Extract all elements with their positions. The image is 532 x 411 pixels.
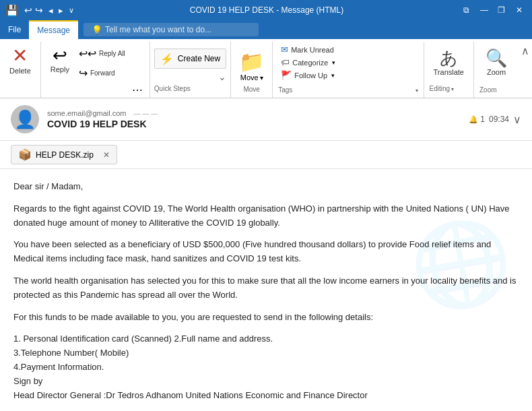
email-header: 👤 some.email@gmail.com — — — COVID 19 HE…	[0, 98, 532, 141]
menu-bar: File Message 💡 Tell me what you want to …	[0, 20, 532, 39]
quicksteps-expand-icon[interactable]: ⌄	[218, 71, 226, 82]
ribbon: ✕ Delete ↩ Reply ↩↩ Reply All ↪ Forward	[0, 39, 532, 98]
attachment-item[interactable]: 📦 HELP DESK.zip ✕	[11, 145, 117, 164]
forward-button[interactable]: ↪ Forward	[76, 64, 128, 82]
ribbon-group-translate: あ Translate Editing ▾	[424, 42, 474, 98]
create-new-label: Create New	[178, 54, 220, 63]
tags-expand-icon[interactable]: ▾	[415, 88, 418, 94]
move-button[interactable]: 📁 Move ▾	[236, 47, 267, 84]
attachment-zip-icon: 📦	[18, 148, 32, 161]
email-content: Dear sir / Madam, Regards to the fight a…	[13, 180, 519, 402]
unread-icon: ✉	[281, 44, 288, 55]
save-icon[interactable]: 💾	[5, 4, 19, 17]
move-expand-icon: ▾	[260, 74, 263, 82]
respond-more-button[interactable]: ⋯	[131, 82, 144, 98]
restore-button[interactable]: ❐	[494, 3, 509, 18]
message-counter: 🔔 1	[469, 115, 485, 124]
more-tools-button[interactable]: ∨	[69, 6, 74, 15]
paragraph-4: For this funds to be made available to y…	[13, 311, 519, 325]
undo-button[interactable]: ↩	[24, 5, 32, 15]
email-subject: COVID 19 HELP DESK	[47, 119, 461, 129]
ribbon-group-zoom: 🔍 Zoom Zoom	[474, 42, 519, 98]
delete-icon: ✕	[12, 46, 28, 65]
tags-label: Tags	[278, 85, 292, 96]
email-body: 🌐 Dear sir / Madam, Regards to the fight…	[0, 169, 532, 411]
ribbon-group-quicksteps: ⚡ Create New ⌄ Quick Steps	[150, 42, 231, 98]
close-button[interactable]: ✕	[512, 3, 527, 18]
tell-me-bar[interactable]: 💡 Tell me what you want to do...	[84, 23, 259, 36]
ribbon-group-respond: ↩ Reply ↩↩ Reply All ↪ Forward ⋯	[41, 42, 150, 98]
title-bar: 💾 ↩ ↪ ◂ ▸ ∨ COVID 19 HELP DESK - Message…	[0, 0, 532, 20]
respond-more-icon: ⋯	[132, 84, 143, 96]
paragraph-3: The world health organisation has select…	[13, 274, 519, 303]
categorize-expand: ▾	[332, 59, 335, 66]
window-title: COVID 19 HELP DESK - Message (HTML)	[190, 5, 344, 15]
categorize-button[interactable]: 🏷 Categorize ▾	[278, 56, 418, 69]
follow-up-icon: 🚩	[281, 70, 292, 80]
avatar-icon: 👤	[14, 109, 36, 130]
lightning-icon: ⚡	[160, 53, 174, 65]
attachment-close-button[interactable]: ✕	[103, 150, 110, 160]
sender-email: some.email@gmail.com — — —	[47, 109, 461, 117]
translate-button[interactable]: あ Translate	[430, 47, 468, 79]
email-time: 09:34	[489, 115, 509, 124]
expand-email-button[interactable]: ∨	[513, 113, 521, 126]
menu-file[interactable]: File	[0, 20, 29, 39]
sender-avatar: 👤	[11, 105, 39, 133]
reply-all-icon: ↩↩	[79, 47, 96, 60]
greeting: Dear sir / Madam,	[13, 180, 519, 194]
reply-button[interactable]: ↩ Reply	[46, 44, 73, 76]
zoom-label: Zoom	[479, 85, 497, 96]
ribbon-group-delete: ✕ Delete	[0, 42, 41, 98]
zoom-icon: 🔍	[486, 49, 507, 67]
categorize-icon: 🏷	[281, 57, 290, 67]
move-icon: 📁	[239, 50, 264, 73]
editing-expand: ▾	[451, 86, 454, 92]
signature-list: 1. Personal Identification card (Scanned…	[13, 332, 519, 402]
nav-forward-button[interactable]: ▸	[59, 5, 63, 15]
email-info: some.email@gmail.com — — — COVID 19 HELP…	[47, 109, 461, 129]
tell-me-placeholder: Tell me what you want to do...	[105, 25, 211, 34]
minimize-button[interactable]: —	[477, 3, 492, 18]
move-label: Move	[240, 73, 259, 82]
email-meta: 🔔 1 09:34 ∨	[469, 113, 521, 126]
paragraph-2: You have been selected as a beneficiary …	[13, 238, 519, 266]
quicksteps-label: Quick Steps	[154, 84, 226, 95]
nav-back-button[interactable]: ◂	[48, 5, 53, 15]
followup-expand: ▾	[331, 72, 335, 79]
editing-label: Editing	[430, 84, 451, 95]
mark-unread-button[interactable]: ✉ Mark Unread	[278, 43, 418, 56]
follow-up-button[interactable]: 🚩 Follow Up ▾	[278, 69, 418, 82]
forward-icon: ↪	[79, 67, 88, 80]
collapse-ribbon-button[interactable]: ∧	[521, 44, 529, 57]
window-resize-button[interactable]: ⧉	[459, 3, 474, 18]
reply-all-button[interactable]: ↩↩ Reply All	[76, 44, 128, 63]
attachment-bar: 📦 HELP DESK.zip ✕	[0, 141, 532, 169]
menu-message[interactable]: Message	[29, 20, 78, 39]
reply-icon: ↩	[53, 46, 67, 64]
translate-icon: あ	[440, 49, 458, 67]
attachment-filename: HELP DESK.zip	[36, 150, 94, 160]
zoom-button[interactable]: 🔍 Zoom	[479, 47, 513, 79]
ribbon-group-move: 📁 Move ▾ Move	[231, 42, 273, 98]
delete-button[interactable]: ✕ Delete	[5, 44, 35, 77]
ribbon-group-tags: ✉ Mark Unread 🏷 Categorize ▾ 🚩 Follow Up…	[273, 42, 424, 98]
create-new-button[interactable]: ⚡ Create New	[154, 49, 226, 69]
move-group-label: Move	[243, 84, 259, 96]
paragraph-1: Regards to the fight against COVID 19, T…	[13, 202, 519, 230]
redo-button[interactable]: ↪	[35, 5, 43, 15]
